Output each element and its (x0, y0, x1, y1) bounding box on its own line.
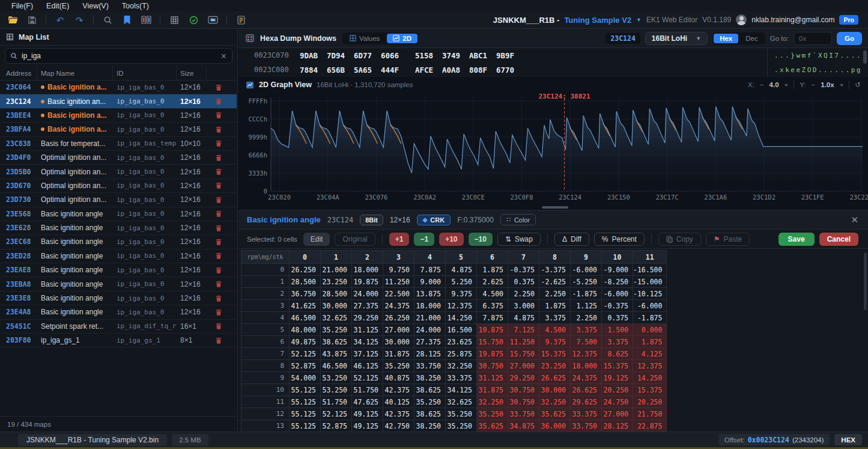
map-cell[interactable]: 23.625 (446, 336, 477, 348)
map-list-row[interactable]: 23C838Basis for temperat...ip_iga_bas_te… (0, 137, 237, 151)
map-list-row[interactable]: 203F80ip_iga_gs_1ip_iga_gs_18×1 (0, 334, 237, 347)
map-cell-modified[interactable]: 1.500 (602, 324, 633, 336)
map-cell[interactable]: 53.250 (321, 372, 352, 384)
delete-map-button[interactable] (207, 322, 231, 330)
map-cell[interactable]: 1.875 (539, 300, 571, 312)
open-folder-icon[interactable] (7, 14, 18, 25)
map-cell[interactable]: 9.000 (414, 276, 446, 288)
map-cell[interactable]: 40.125 (383, 396, 414, 408)
map-cell-modified[interactable]: 35.250 (477, 408, 508, 420)
map-cell-modified[interactable]: 30.750 (508, 384, 539, 396)
values-toggle-button[interactable]: Values (344, 34, 386, 43)
map-cell-modified[interactable]: 0.000 (633, 324, 667, 336)
hex-word[interactable]: 656B (327, 66, 354, 75)
2d-toggle-button[interactable]: 2D (387, 34, 417, 43)
map-cell[interactable]: 34.125 (446, 384, 477, 396)
hex-word[interactable]: AFCE (415, 66, 442, 75)
map-cell[interactable]: 55.125 (290, 420, 321, 432)
map-cell[interactable]: 47.625 (352, 396, 383, 408)
menu-tools[interactable]: Tools(T) (115, 2, 156, 10)
map-cell-modified[interactable]: 26.625 (571, 384, 602, 396)
save-icon[interactable] (26, 14, 37, 25)
map-cell[interactable]: 4.500 (477, 288, 508, 300)
row-header[interactable]: 5 (241, 324, 290, 336)
map-cell[interactable]: 46.500 (290, 312, 321, 324)
delete-map-icon[interactable] (215, 182, 222, 189)
delete-map-icon[interactable] (215, 168, 222, 176)
delete-map-icon[interactable] (215, 337, 222, 344)
map-cell-modified[interactable]: 34.875 (508, 420, 539, 432)
map-list-row[interactable]: 23C064Basic ignition a...ip_iga_bas_012×… (0, 81, 237, 94)
map-cell-modified[interactable]: 24.375 (571, 372, 602, 384)
delete-map-button[interactable] (207, 210, 231, 218)
map-cell-modified[interactable]: 15.750 (508, 348, 539, 360)
map-cell[interactable]: 35.250 (321, 324, 352, 336)
word-format-select[interactable]: 16Bit LoHi ▼ (645, 32, 708, 45)
map-cell[interactable]: 35.250 (383, 360, 414, 372)
delete-map-button[interactable] (207, 266, 231, 274)
map-cell-modified[interactable]: 33.750 (508, 408, 539, 420)
x-zoom-out-button[interactable]: − (760, 81, 764, 88)
map-cell[interactable]: 3.000 (508, 300, 539, 312)
map-name-link[interactable]: Basic ignition angle (247, 215, 321, 224)
hex-word[interactable]: 7D94 (327, 51, 354, 60)
map-cell[interactable]: 35.250 (446, 420, 477, 432)
map-cell-modified[interactable]: 12.375 (633, 360, 667, 372)
map-cell[interactable]: -3.375 (539, 264, 571, 276)
map-list-row[interactable]: 23D5B0Optimal ignition an...ip_iga_bas_0… (0, 165, 237, 179)
map-cell[interactable]: 27.375 (352, 300, 383, 312)
increment-10-button[interactable]: +10 (439, 233, 463, 246)
map-cell-modified[interactable]: 35.625 (477, 420, 508, 432)
map-cell[interactable]: 53.250 (321, 384, 352, 396)
map-cell-modified[interactable]: 28.125 (602, 420, 633, 432)
map-cell[interactable]: 38.250 (414, 420, 446, 432)
map-cell[interactable]: -0.375 (508, 264, 539, 276)
map-list-row[interactable]: 23EC68Basic ignition angleip_iga_bas_012… (0, 235, 237, 249)
map-cell-modified[interactable]: 10.875 (477, 324, 508, 336)
map-cell[interactable]: 18.000 (414, 300, 446, 312)
map-cell[interactable]: -1.875 (571, 288, 602, 300)
column-header[interactable]: 7 (508, 251, 539, 264)
delete-map-button[interactable] (207, 154, 231, 162)
map-cell[interactable]: 0.375 (508, 276, 539, 288)
undo-icon[interactable]: ↶ (55, 14, 65, 25)
hex-scrollbar[interactable] (863, 50, 867, 64)
delete-map-button[interactable] (207, 337, 231, 344)
increment-1-button[interactable]: +1 (389, 233, 410, 246)
menu-edit[interactable]: Edit(E) (40, 2, 76, 10)
row-header[interactable]: 13 (241, 420, 290, 432)
map-cell[interactable]: -8.250 (602, 276, 633, 288)
map-cell[interactable]: -10.125 (633, 288, 667, 300)
map-cell[interactable]: -5.250 (571, 276, 602, 288)
map-cell-modified[interactable]: 31.875 (477, 384, 508, 396)
delete-map-icon[interactable] (215, 322, 222, 330)
delete-map-button[interactable] (207, 238, 231, 246)
map-cell[interactable]: 2.250 (571, 312, 602, 324)
map-cell-modified[interactable]: 30.750 (508, 396, 539, 408)
hex-word[interactable]: 3749 (442, 51, 469, 60)
delete-map-button[interactable] (207, 224, 231, 232)
map-cell[interactable]: 12.375 (446, 300, 477, 312)
map-cell[interactable]: 7.875 (414, 264, 446, 276)
decrement-10-button[interactable]: −10 (469, 233, 493, 246)
map-cell[interactable]: 21.000 (414, 312, 446, 324)
map-cell[interactable]: -6.000 (602, 288, 633, 300)
row-header[interactable]: 6 (241, 336, 290, 348)
hex-word[interactable]: ABC1 (469, 51, 496, 60)
map-cell[interactable]: 52.125 (352, 372, 383, 384)
map-cell-modified[interactable]: 36.000 (539, 420, 571, 432)
hex-row[interactable]: 0023C0709DAB7D946D77606651583749ABC19B9F… (238, 48, 868, 63)
row-header[interactable]: 11 (241, 396, 290, 408)
map-cell[interactable]: 38.625 (414, 384, 446, 396)
variant-selector[interactable]: Tuning Sample V2 (564, 16, 631, 25)
map-cell[interactable]: 55.125 (290, 396, 321, 408)
map-value-table[interactable]: rpm\mg/stk01234567891011026.25021.00018.… (241, 250, 667, 432)
reset-zoom-icon[interactable]: ↺ (855, 81, 861, 89)
table-grid-icon[interactable] (169, 14, 180, 25)
map-cell[interactable]: 46.500 (321, 360, 352, 372)
hex-word[interactable]: 444F (381, 66, 408, 75)
map-cell[interactable]: 35.250 (446, 408, 477, 420)
redo-icon[interactable]: ↷ (74, 14, 85, 25)
map-list-row[interactable]: 23D4F0Optimal ignition an...ip_iga_bas_0… (0, 151, 237, 165)
map-cell[interactable]: 7.875 (477, 312, 508, 324)
